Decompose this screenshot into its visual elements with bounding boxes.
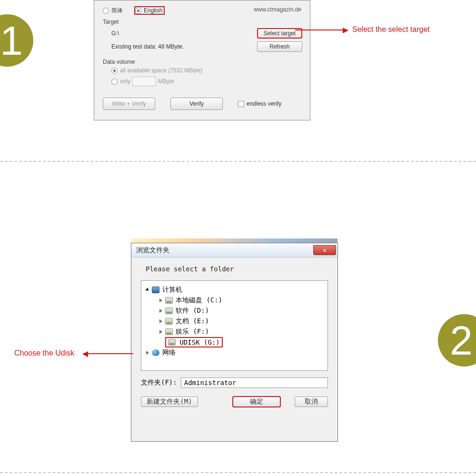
data-volume-section-label: Data volume bbox=[103, 59, 302, 65]
expand-icon bbox=[159, 298, 162, 302]
radio-icon bbox=[103, 8, 109, 14]
tree-node-drive[interactable]: 软件 (D:) bbox=[159, 306, 323, 316]
website-label: www.ctmagazin.de bbox=[254, 6, 301, 13]
tree-node-drive[interactable]: 文档 (E:) bbox=[159, 316, 323, 327]
h2testw-dialog: 简体 English www.ctmagazin.de Target G:\ S… bbox=[94, 0, 310, 120]
folder-field-input[interactable] bbox=[181, 377, 328, 388]
language-radio-en[interactable]: English bbox=[134, 6, 165, 15]
computer-icon bbox=[152, 287, 159, 293]
tree-node-drive[interactable]: 娱乐 (F:) bbox=[159, 327, 323, 337]
drive-icon bbox=[165, 297, 173, 304]
existing-test-data-label: Existing test data: 48 MByte. bbox=[111, 43, 184, 50]
network-icon bbox=[152, 349, 159, 356]
drive-icon bbox=[165, 307, 173, 314]
step-separator bbox=[0, 161, 476, 162]
radio-icon bbox=[111, 79, 118, 85]
dialog-title: 浏览文件夹 bbox=[136, 246, 169, 255]
close-icon: ✕ bbox=[323, 247, 327, 254]
radio-icon bbox=[111, 68, 118, 74]
step-badge-2: 2 bbox=[438, 314, 476, 367]
write-verify-button[interactable]: Write + Verify bbox=[103, 98, 155, 110]
expand-icon bbox=[159, 309, 162, 313]
data-volume-radio-only[interactable]: only MByte bbox=[111, 77, 302, 86]
data-volume-unit-label: MByte bbox=[158, 78, 174, 85]
expand-icon bbox=[145, 288, 150, 292]
tree-label: 本地磁盘 (C:) bbox=[176, 296, 222, 305]
target-section-label: Target bbox=[103, 19, 302, 25]
drive-icon bbox=[168, 339, 176, 346]
cancel-button[interactable]: 取消 bbox=[295, 397, 328, 407]
step-badge-1: 1 bbox=[0, 14, 33, 67]
browse-folder-dialog: 浏览文件夹 ✕ Please select a folder 计算机 本地磁盘 … bbox=[131, 243, 338, 442]
dialog-prompt: Please select a folder bbox=[146, 265, 328, 273]
tree-label: 网络 bbox=[162, 348, 176, 357]
tree-label: UDISK (G:) bbox=[179, 338, 219, 346]
dialog-titlebar: 浏览文件夹 ✕ bbox=[131, 243, 337, 258]
annotation-arrow bbox=[83, 353, 133, 354]
tree-label: 文档 (E:) bbox=[176, 317, 209, 326]
language-radio-cn[interactable]: 简体 bbox=[103, 7, 123, 15]
target-path: G:\ bbox=[111, 30, 119, 37]
checkbox-icon bbox=[238, 101, 244, 107]
ok-button[interactable]: 确定 bbox=[233, 397, 280, 407]
annotation-text: Select the select target bbox=[352, 25, 430, 34]
annotation-text: Choose the Udisk bbox=[14, 349, 74, 357]
tree-label: 娱乐 (F:) bbox=[176, 327, 209, 336]
tree-node-network[interactable]: 网络 bbox=[146, 347, 323, 358]
verify-button[interactable]: Verify bbox=[170, 98, 223, 110]
data-volume-radio-all[interactable]: all available space (7532 MByte) bbox=[111, 67, 302, 74]
radio-icon bbox=[135, 8, 141, 14]
endless-verify-checkbox[interactable]: endless verify bbox=[238, 100, 281, 107]
new-folder-button[interactable]: 新建文件夹(M) bbox=[141, 397, 198, 407]
close-button[interactable]: ✕ bbox=[313, 245, 336, 255]
language-label-cn: 简体 bbox=[111, 7, 123, 15]
annotation-arrow bbox=[295, 30, 347, 30]
expand-icon bbox=[159, 330, 162, 334]
expand-icon bbox=[159, 319, 162, 323]
endless-verify-label: endless verify bbox=[247, 100, 281, 107]
step-separator bbox=[0, 472, 476, 473]
drive-icon bbox=[165, 318, 173, 325]
folder-tree[interactable]: 计算机 本地磁盘 (C:) 软件 (D:) 文档 (E:) 娱乐 (F:) bbox=[141, 280, 328, 371]
refresh-button[interactable]: Refresh bbox=[257, 41, 302, 52]
data-volume-all-label: all available space (7532 MByte) bbox=[120, 67, 202, 74]
tree-node-udisk[interactable]: UDISK (G:) bbox=[159, 337, 323, 347]
tree-node-computer[interactable]: 计算机 bbox=[146, 285, 323, 295]
language-label-en: English bbox=[144, 7, 162, 14]
tree-label: 软件 (D:) bbox=[176, 307, 209, 315]
data-volume-only-label: only bbox=[120, 78, 130, 85]
tree-node-drive[interactable]: 本地磁盘 (C:) bbox=[159, 295, 323, 306]
folder-field-label: 文件夹(F): bbox=[141, 378, 177, 387]
data-volume-only-input[interactable] bbox=[132, 77, 156, 86]
drive-icon bbox=[165, 328, 173, 335]
tree-label: 计算机 bbox=[162, 286, 182, 294]
expand-icon bbox=[146, 351, 149, 355]
